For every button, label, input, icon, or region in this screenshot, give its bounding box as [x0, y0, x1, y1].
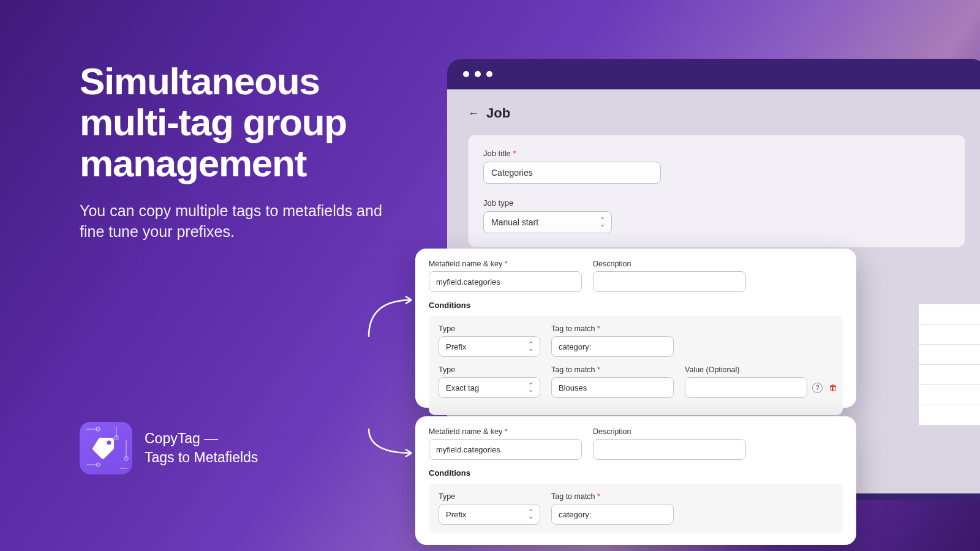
description-label: Description — [593, 427, 746, 436]
conditions-heading: Conditions — [429, 468, 843, 478]
value-input[interactable] — [685, 377, 807, 398]
window-controls — [447, 59, 980, 89]
tag-match-input[interactable] — [551, 504, 674, 525]
type-label: Type — [439, 492, 540, 501]
job-type-select[interactable]: Manual start ⌃⌄ — [483, 211, 612, 233]
value-label: Value (Optional) — [685, 365, 839, 374]
chevron-updown-icon: ⌃⌄ — [600, 218, 605, 226]
tag-match-label: Tag to match * — [551, 492, 674, 501]
type-select[interactable]: Exact tag ⌃⌄ — [439, 377, 540, 398]
chevron-updown-icon: ⌃⌄ — [528, 510, 533, 518]
conditions-box: Type Prefix ⌃⌄ Tag to match * Type Exact… — [429, 316, 843, 415]
tag-match-input[interactable] — [551, 377, 674, 398]
description-input[interactable] — [593, 271, 746, 292]
metafield-card: Metafield name & key * Description Condi… — [415, 416, 856, 545]
job-type-value: Manual start — [491, 217, 538, 227]
tag-match-input[interactable] — [551, 336, 674, 357]
job-type-label: Job type — [483, 198, 950, 208]
condition-row: Type Prefix ⌃⌄ Tag to match * — [439, 324, 833, 357]
hero-subtitle: You can copy multiple tags to metafields… — [80, 200, 398, 242]
metafield-card: Metafield name & key * Description Condi… — [415, 249, 856, 408]
metafield-key-input[interactable] — [429, 439, 582, 460]
svg-point-4 — [107, 441, 111, 445]
condition-row: Type Prefix ⌃⌄ Tag to match * — [439, 492, 833, 525]
metafield-key-label: Metafield name & key * — [429, 427, 582, 436]
type-select[interactable]: Prefix ⌃⌄ — [439, 504, 540, 525]
job-title-input[interactable] — [483, 162, 661, 184]
help-icon[interactable]: ? — [812, 383, 823, 393]
chevron-updown-icon: ⌃⌄ — [528, 342, 533, 350]
page-title: Job — [486, 105, 510, 121]
condition-row: Type Exact tag ⌃⌄ Tag to match * Value (… — [439, 365, 833, 398]
brand-tagline: Tags to Metafields — [145, 448, 258, 467]
tag-match-label: Tag to match * — [551, 365, 674, 374]
metafield-key-label: Metafield name & key * — [429, 260, 582, 268]
type-select[interactable]: Prefix ⌃⌄ — [439, 336, 540, 357]
app-icon — [80, 422, 132, 474]
connector-arrow-icon — [356, 422, 424, 478]
trash-icon[interactable]: 🗑 — [827, 382, 839, 393]
tag-match-label: Tag to match * — [551, 324, 674, 333]
traffic-light-icon — [463, 71, 469, 77]
metafield-key-input[interactable] — [429, 271, 582, 292]
connector-arrow-icon — [356, 269, 424, 343]
brand-block: CopyTag — Tags to Metafields — [80, 422, 258, 474]
type-label: Type — [439, 365, 540, 374]
job-title-label: Job title * — [483, 149, 950, 158]
type-label: Type — [439, 324, 540, 333]
background-list-rows — [919, 304, 980, 425]
description-input[interactable] — [593, 439, 746, 460]
conditions-box: Type Prefix ⌃⌄ Tag to match * — [429, 484, 843, 533]
traffic-light-icon — [486, 71, 492, 77]
job-form-card: Job title * Job type Manual start ⌃⌄ — [468, 135, 965, 247]
back-arrow-icon[interactable]: ← — [468, 107, 479, 120]
hero-title: Simultaneous multi-tag group management — [80, 61, 398, 184]
conditions-heading: Conditions — [429, 301, 843, 310]
traffic-light-icon — [475, 71, 481, 77]
chevron-updown-icon: ⌃⌄ — [528, 383, 533, 391]
brand-name: CopyTag — — [145, 429, 258, 448]
description-label: Description — [593, 260, 746, 268]
